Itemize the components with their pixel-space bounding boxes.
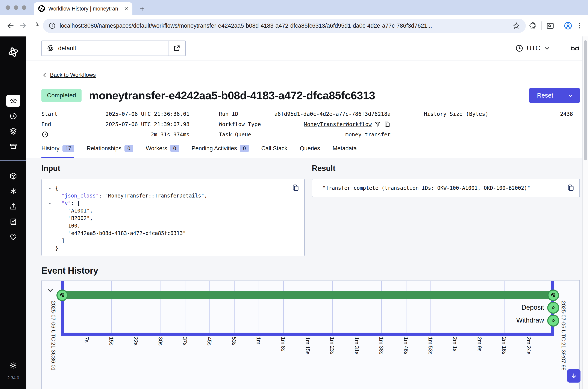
scroll-download-button[interactable]: [567, 369, 581, 383]
meta-runid-value: a6fd95d1-da0c-4d2e-a77c-786f3d76218a: [274, 111, 391, 117]
temporal-logo[interactable]: [7, 46, 20, 58]
sidebar-item-import[interactable]: [6, 200, 20, 213]
workflow-span-bar[interactable]: [62, 291, 553, 299]
url-bar[interactable]: localhost:8080/namespaces/default/workfl…: [43, 19, 526, 33]
browser-tab[interactable]: Workflow History | moneytran: [34, 2, 132, 15]
back-link-label: Back to Workflows: [50, 72, 96, 78]
input-json: {"json_class": "MoneyTransfer::TransferD…: [47, 184, 299, 252]
side-panel-search-icon[interactable]: [546, 21, 554, 30]
input-heading: Input: [41, 164, 305, 173]
json-line-text: {: [55, 185, 58, 191]
filter-funnel-icon[interactable]: [374, 121, 381, 128]
app-version: 2.34.0: [7, 376, 19, 380]
labs-glasses-icon[interactable]: [570, 43, 580, 53]
toolbar-separator: [541, 21, 542, 30]
favicon-temporal: [38, 5, 45, 12]
workflow-title: moneytransfer-e4242aa5-b08d-4183-a472-df…: [89, 89, 522, 102]
timezone-selector[interactable]: UTC: [515, 44, 551, 53]
timeline-tick-label: 22s: [133, 337, 139, 346]
status-badge: Completed: [41, 89, 82, 102]
sidebar-item-schedules[interactable]: [6, 110, 20, 122]
archival-icon: [9, 142, 17, 151]
meta-duration-value: 2m 31s 974ms: [151, 131, 189, 138]
tab-relationships[interactable]: Relationships0: [87, 145, 133, 158]
sidebar-item-feedback[interactable]: [6, 231, 20, 243]
timeline-tick-label: 7s: [83, 337, 90, 342]
timeline-collapse-chevron-icon[interactable]: [46, 286, 55, 295]
scrollbar-thumb[interactable]: [584, 40, 587, 161]
workflow-end-node[interactable]: [548, 290, 559, 301]
timeline-tick-label: 1m 15s: [305, 337, 311, 355]
tab-label: Metadata: [333, 145, 357, 152]
reload-icon[interactable]: [29, 20, 41, 32]
profile-icon[interactable]: [563, 21, 573, 30]
sidebar-bottom: 2.34.0: [7, 361, 19, 389]
bookmark-star-icon[interactable]: [513, 22, 520, 30]
chevron-left-icon: [41, 72, 48, 78]
namespace-external-link[interactable]: [168, 41, 185, 56]
namespace-switcher[interactable]: default: [41, 40, 186, 56]
docs-book-icon: [9, 218, 17, 226]
sidebar-item-archival[interactable]: [6, 140, 20, 153]
menu-dots-icon[interactable]: [576, 22, 583, 30]
tab-call-stack[interactable]: Call Stack: [261, 145, 288, 158]
json-line-text: "B2002",: [55, 215, 93, 221]
tab-label: History: [41, 145, 59, 152]
sidebar-divider: [0, 161, 26, 161]
tab-close-icon[interactable]: [123, 6, 129, 11]
meta-end-value: 2025-07-06 UTC 21:39:07.98: [105, 121, 189, 127]
window-close-button[interactable]: [5, 5, 10, 10]
reset-split-button: Reset: [529, 88, 580, 103]
forward-icon[interactable]: [17, 20, 29, 32]
json-collapse-toggle[interactable]: [47, 186, 55, 191]
tab-history[interactable]: History17: [41, 145, 74, 158]
timezone-label: UTC: [527, 44, 540, 52]
meta-start-label: Start: [41, 111, 58, 117]
copy-result-icon[interactable]: [567, 184, 575, 192]
json-line-text: "v": [: [55, 200, 80, 206]
duration-clock-icon: [41, 131, 49, 138]
json-collapse-toggle[interactable]: [47, 201, 55, 206]
tab-metadata[interactable]: Metadata: [333, 145, 357, 158]
sidebar-item-nexus[interactable]: [6, 170, 20, 182]
window-zoom-button[interactable]: [22, 5, 26, 10]
new-tab-button[interactable]: [139, 5, 145, 12]
workflow-type-link[interactable]: MoneyTransferWorkflow: [304, 121, 372, 127]
theme-toggle-sun-icon[interactable]: [9, 361, 17, 369]
window-minimize-button[interactable]: [14, 5, 18, 10]
sidebar-item-labs[interactable]: [6, 185, 20, 197]
tab-pending-activities[interactable]: Pending Activities0: [192, 145, 249, 158]
reset-button[interactable]: Reset: [529, 88, 561, 103]
sidebar-item-deployments[interactable]: [6, 125, 20, 137]
activity-node-deposit[interactable]: [547, 302, 559, 314]
copy-icon[interactable]: [384, 121, 391, 128]
meta-end-label: End: [41, 121, 51, 127]
page-scrollbar[interactable]: [583, 36, 588, 389]
meta-historysize-label: History Size (Bytes): [424, 111, 488, 117]
clock-icon: [515, 44, 524, 53]
task-queue-link[interactable]: money-transfer: [345, 131, 391, 138]
heart-icon: [9, 233, 17, 241]
back-icon[interactable]: [5, 20, 17, 32]
tab-workers[interactable]: Workers0: [146, 145, 179, 158]
extensions-icon[interactable]: [529, 22, 537, 30]
timeline-start-datetime: 2025-07-06 UTC 21:36:36.01: [50, 301, 56, 371]
back-to-workflows[interactable]: Back to Workflows: [41, 72, 580, 78]
asterisk-icon: [9, 187, 17, 195]
tab-queries[interactable]: Queries: [300, 145, 320, 158]
copy-input-icon[interactable]: [291, 184, 300, 192]
workflow-start-node[interactable]: [56, 290, 68, 301]
tab-label: Pending Activities: [192, 145, 237, 152]
window-controls[interactable]: [5, 5, 26, 10]
activity-node-withdraw[interactable]: [547, 315, 559, 326]
reset-menu-button[interactable]: [561, 88, 580, 103]
timeline-tick-label: 1m 31s: [354, 337, 360, 355]
tab-label: Workers: [146, 145, 167, 152]
timeline-tick-label: 2m 9s: [476, 337, 483, 352]
meta-taskqueue-label: Task Queue: [219, 131, 251, 138]
sidebar-item-docs[interactable]: [6, 216, 20, 228]
site-info-icon[interactable]: [48, 22, 56, 29]
external-link-icon: [173, 44, 181, 52]
namespace-icon: [46, 44, 55, 53]
sidebar-item-workflows[interactable]: [6, 95, 20, 107]
